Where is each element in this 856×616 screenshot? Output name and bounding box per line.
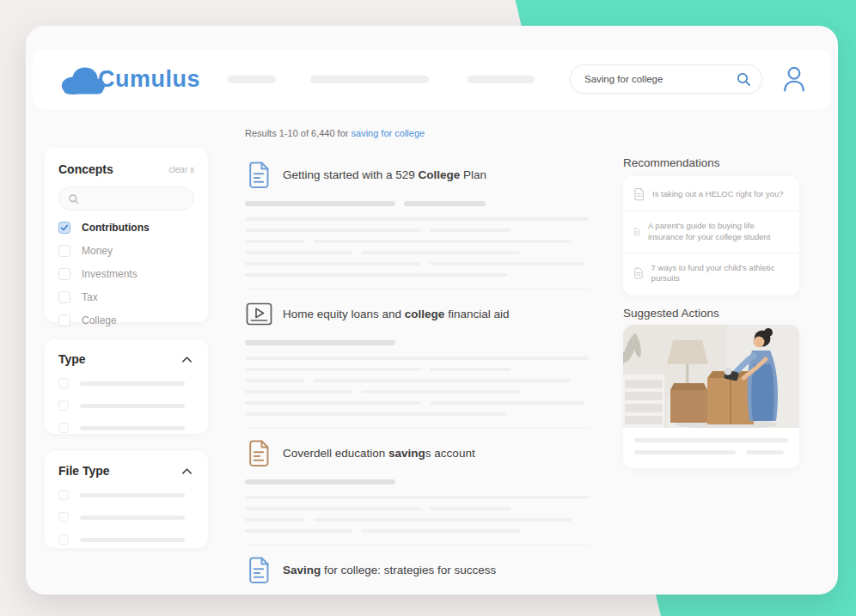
results-list: Getting started with a 529 College Plan <box>245 150 589 595</box>
results-count-text: Results 1-10 of 6,440 for <box>245 128 352 138</box>
checkbox-icon <box>58 400 69 411</box>
result-link[interactable]: Getting started with a 529 College Plan <box>245 159 589 190</box>
skeleton-text <box>245 368 589 371</box>
search-result: Coverdell education savings account <box>245 437 589 546</box>
skeleton-text <box>634 438 788 442</box>
concepts-panel: Concepts clear x Contributions Money Inv… <box>45 148 208 322</box>
chevron-up-icon[interactable] <box>180 466 194 477</box>
checkbox-icon <box>58 512 69 522</box>
nav-placeholder-group <box>228 76 535 83</box>
skeleton-text <box>245 240 589 243</box>
concept-option-money[interactable]: Money <box>58 245 194 257</box>
type-option-skeleton <box>58 400 194 411</box>
logo-wordmark: Cumulus <box>98 66 200 93</box>
type-option-skeleton <box>58 423 194 433</box>
global-search-box[interactable] <box>570 64 762 94</box>
concepts-search-input[interactable] <box>84 193 179 204</box>
skeleton-text <box>245 229 589 232</box>
query-link[interactable]: saving for college <box>352 128 425 138</box>
nav-item-placeholder[interactable] <box>468 76 535 83</box>
document-icon <box>633 225 640 239</box>
document-icon <box>633 266 644 280</box>
checkbox-icon[interactable] <box>58 291 70 303</box>
recommendation-item[interactable]: A parent's guide to buying life insuranc… <box>623 210 799 253</box>
global-search-input[interactable] <box>584 74 736 84</box>
video-icon <box>245 298 272 329</box>
result-title: Saving for college: strategies for succe… <box>283 564 496 576</box>
checkbox-icon <box>58 490 69 500</box>
nav-item-placeholder[interactable] <box>228 76 276 83</box>
result-title: Home equity loans and college financial … <box>283 308 509 320</box>
skeleton-text <box>245 201 589 206</box>
concepts-title: Concepts <box>58 162 113 176</box>
file-type-option-skeleton <box>58 512 194 522</box>
checkbox-icon[interactable] <box>58 268 70 280</box>
skeleton-text <box>245 217 589 221</box>
suggested-actions-title: Suggested Actions <box>623 307 719 320</box>
divider <box>245 428 589 429</box>
skeleton-text <box>245 390 589 393</box>
skeleton-text <box>245 412 589 416</box>
suggested-action-card[interactable] <box>623 325 799 468</box>
user-profile-icon[interactable] <box>781 64 807 94</box>
chevron-up-icon[interactable] <box>180 354 194 365</box>
results-meta: Results 1-10 of 6,440 for saving for col… <box>245 128 425 138</box>
skeleton-text <box>245 251 589 254</box>
skeleton-text <box>245 518 589 521</box>
skeleton-text <box>245 401 589 405</box>
suggested-action-photo <box>623 325 799 428</box>
app-header: Cumulus <box>33 49 831 109</box>
result-link[interactable]: Coverdell education savings account <box>245 437 589 468</box>
search-result: Saving for college: strategies for succe… <box>245 554 589 595</box>
file-type-title: File Type <box>58 464 110 478</box>
document-icon <box>633 187 645 201</box>
file-type-option-skeleton <box>58 534 194 545</box>
type-panel: Type <box>45 339 208 434</box>
cumulus-logo[interactable]: Cumulus <box>57 60 200 98</box>
search-icon <box>68 193 79 204</box>
skeleton-text <box>245 357 589 360</box>
checkbox-icon[interactable] <box>58 314 70 326</box>
divider <box>245 545 589 546</box>
type-option-skeleton <box>58 378 194 388</box>
clear-filters-link[interactable]: clear x <box>169 165 194 174</box>
skeleton-text <box>245 273 589 277</box>
nav-item-placeholder[interactable] <box>310 76 429 83</box>
file-type-panel: File Type <box>45 451 208 548</box>
search-result: Home equity loans and college financial … <box>245 298 589 429</box>
concept-option-tax[interactable]: Tax <box>58 291 194 303</box>
skeleton-text <box>634 450 736 454</box>
skeleton-text <box>245 529 589 533</box>
result-title: Coverdell education savings account <box>283 447 475 460</box>
file-type-option-skeleton <box>58 490 194 500</box>
result-link[interactable]: Home equity loans and college financial … <box>245 298 589 329</box>
search-icon[interactable] <box>736 71 751 87</box>
recommendations-panel: Is taking out a HELOC right for you? A p… <box>623 176 799 296</box>
checkbox-icon <box>58 534 69 545</box>
document-icon <box>245 554 272 585</box>
type-title: Type <box>58 352 86 366</box>
checkbox-icon <box>58 423 69 433</box>
skeleton-text <box>245 479 589 485</box>
recommendation-item[interactable]: Is taking out a HELOC right for you? <box>623 178 799 210</box>
skeleton-text <box>245 340 589 345</box>
checkbox-icon <box>58 378 69 388</box>
result-title: Getting started with a 529 College Plan <box>283 168 486 181</box>
concept-option-college[interactable]: College <box>58 314 194 326</box>
skeleton-text <box>245 496 589 499</box>
checkbox-checked-icon[interactable] <box>58 222 70 234</box>
recommendation-item[interactable]: 7 ways to fund your child's athletic pur… <box>623 253 799 295</box>
document-icon <box>245 159 272 190</box>
skeleton-text <box>245 262 589 265</box>
app-window: Cumulus Re <box>26 26 838 595</box>
concept-option-investments[interactable]: Investments <box>58 268 194 280</box>
divider <box>245 289 589 290</box>
checkbox-icon[interactable] <box>58 245 70 257</box>
search-result: Getting started with a 529 College Plan <box>245 159 589 290</box>
skeleton-text <box>245 379 589 382</box>
recommendations-title: Recommendations <box>623 156 720 169</box>
skeleton-text <box>245 507 589 510</box>
concept-option-contributions[interactable]: Contributions <box>58 222 194 234</box>
result-link[interactable]: Saving for college: strategies for succe… <box>245 554 589 585</box>
concepts-search-box[interactable] <box>58 186 194 210</box>
